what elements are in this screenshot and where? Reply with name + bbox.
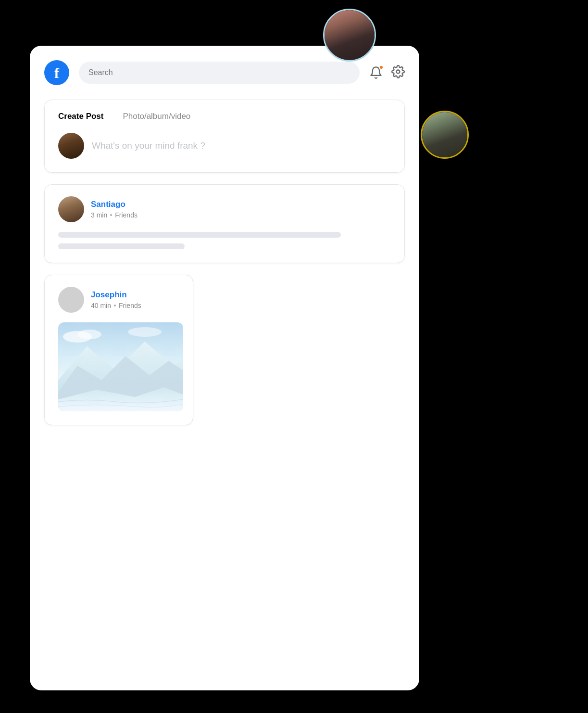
post-input-placeholder[interactable]: What's on your mind frank ?: [92, 140, 391, 151]
svg-point-4: [128, 327, 162, 337]
floating-avatar-top[interactable]: [323, 9, 376, 62]
josephin-time: 40 min: [91, 302, 111, 309]
santiago-time: 3 min: [91, 211, 107, 219]
josephin-username[interactable]: Josephin: [91, 290, 141, 300]
current-user-avatar: [58, 133, 84, 159]
svg-point-3: [77, 330, 101, 339]
tab-create-post[interactable]: Create Post: [58, 112, 103, 122]
create-post-card: Create Post Photo/album/video What's on …: [44, 100, 405, 173]
gear-icon: [391, 65, 405, 78]
post-header-santiago: Santiago 3 min Friends: [58, 196, 391, 222]
josephin-post-image-container: [58, 322, 183, 411]
content-line-2: [58, 243, 185, 249]
post-header-josephin: Josephin 40 min Friends: [58, 287, 179, 313]
content-line-1: [58, 232, 341, 238]
santiago-audience: Friends: [115, 211, 138, 219]
meta-separator-2: [114, 305, 116, 306]
avatar-hat-woman-image: [422, 112, 467, 157]
current-user-avatar-image: [58, 133, 84, 159]
facebook-logo[interactable]: f: [44, 60, 69, 85]
post-card-santiago: Santiago 3 min Friends: [44, 184, 405, 263]
create-post-body: What's on your mind frank ?: [58, 133, 391, 159]
post-card-josephin: Josephin 40 min Friends: [44, 275, 193, 425]
svg-point-0: [397, 70, 400, 74]
avatar-woman-image: [325, 10, 375, 60]
tab-photo-album-video[interactable]: Photo/album/video: [123, 112, 190, 122]
floating-avatar-right[interactable]: [421, 111, 469, 159]
santiago-username[interactable]: Santiago: [91, 200, 138, 209]
meta-separator: [110, 214, 112, 216]
landscape-image: [58, 322, 183, 411]
page-wrapper: f: [0, 0, 588, 713]
josephin-post-meta: 40 min Friends: [91, 302, 141, 309]
create-post-tabs: Create Post Photo/album/video: [58, 112, 391, 122]
notification-dot: [379, 65, 384, 70]
search-input[interactable]: [79, 62, 360, 84]
josephin-avatar-image: [58, 287, 84, 313]
facebook-f-icon: f: [54, 66, 59, 80]
bell-wrapper[interactable]: [369, 66, 383, 79]
santiago-post-meta: 3 min Friends: [91, 211, 138, 219]
santiago-avatar[interactable]: [58, 196, 84, 222]
main-card: f: [30, 46, 419, 690]
settings-button[interactable]: [391, 65, 405, 80]
josephin-audience: Friends: [119, 302, 141, 309]
josephin-user-info: Josephin 40 min Friends: [91, 290, 141, 309]
santiago-user-info: Santiago 3 min Friends: [91, 200, 138, 219]
navbar-icons: [369, 65, 405, 80]
santiago-post-content: [58, 232, 391, 249]
navbar: f: [44, 60, 405, 85]
josephin-avatar[interactable]: [58, 287, 84, 313]
santiago-avatar-image: [58, 196, 84, 222]
